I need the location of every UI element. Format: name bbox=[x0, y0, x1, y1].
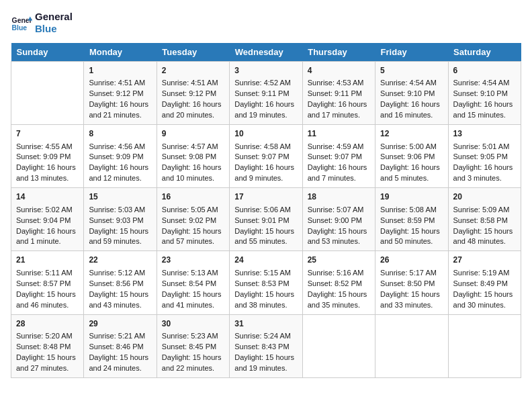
day-info: Sunrise: 5:00 AM bbox=[380, 142, 443, 152]
day-info: Sunrise: 5:23 AM bbox=[162, 331, 224, 342]
calendar-cell: 6Sunrise: 4:54 AMSunset: 9:10 PMDaylight… bbox=[448, 62, 521, 125]
day-info: Sunset: 8:49 PM bbox=[453, 279, 516, 289]
day-number: 25 bbox=[308, 255, 370, 266]
day-info: Sunset: 9:04 PM bbox=[16, 216, 79, 226]
day-info: Sunset: 9:07 PM bbox=[308, 152, 370, 163]
calendar-cell: 15Sunrise: 5:03 AMSunset: 9:03 PMDayligh… bbox=[84, 188, 157, 251]
day-number: 3 bbox=[234, 65, 297, 77]
day-info: Sunset: 8:57 PM bbox=[16, 279, 79, 289]
calendar-cell: 13Sunrise: 5:01 AMSunset: 9:05 PMDayligh… bbox=[448, 125, 521, 188]
day-info: Sunset: 8:54 PM bbox=[162, 279, 224, 289]
day-info: and 20 minutes. bbox=[162, 110, 224, 121]
day-info: Daylight: 15 hours bbox=[234, 289, 297, 300]
svg-text:Blue: Blue bbox=[12, 24, 28, 32]
day-info: Sunset: 9:12 PM bbox=[162, 89, 224, 99]
day-info: and 57 minutes. bbox=[162, 236, 224, 247]
calendar-week-4: 21Sunrise: 5:11 AMSunset: 8:57 PMDayligh… bbox=[11, 251, 521, 314]
calendar-cell: 25Sunrise: 5:16 AMSunset: 8:52 PMDayligh… bbox=[302, 251, 375, 314]
day-info: Daylight: 16 hours bbox=[308, 99, 370, 110]
calendar-cell: 11Sunrise: 4:59 AMSunset: 9:07 PMDayligh… bbox=[302, 125, 375, 188]
day-info: Daylight: 16 hours bbox=[89, 99, 151, 110]
day-info: Sunrise: 4:51 AM bbox=[89, 78, 151, 89]
day-info: Daylight: 15 hours bbox=[234, 226, 297, 237]
weekday-tuesday: Tuesday bbox=[157, 43, 229, 62]
page-header: General Blue General Blue bbox=[11, 11, 521, 35]
day-info: Sunset: 8:58 PM bbox=[453, 216, 516, 226]
day-info: Sunset: 9:12 PM bbox=[89, 89, 151, 99]
day-info: Sunset: 9:08 PM bbox=[162, 152, 224, 163]
day-info: and 48 minutes. bbox=[453, 236, 516, 247]
logo-blue: Blue bbox=[35, 23, 73, 35]
day-info: Daylight: 15 hours bbox=[380, 289, 443, 300]
logo-general: General bbox=[35, 11, 73, 23]
day-info: Sunset: 8:56 PM bbox=[89, 279, 151, 289]
weekday-friday: Friday bbox=[375, 43, 448, 62]
day-info: Sunrise: 4:59 AM bbox=[308, 142, 370, 152]
day-info: and 9 minutes. bbox=[234, 173, 297, 184]
day-info: Sunrise: 4:54 AM bbox=[453, 78, 516, 89]
day-info: Sunrise: 4:53 AM bbox=[308, 78, 370, 89]
day-info: Daylight: 15 hours bbox=[308, 226, 370, 237]
calendar-cell bbox=[448, 314, 521, 377]
day-info: Sunrise: 5:12 AM bbox=[89, 268, 151, 279]
day-info: and 53 minutes. bbox=[308, 236, 370, 247]
day-info: and 30 minutes. bbox=[453, 300, 516, 311]
day-info: Sunrise: 5:06 AM bbox=[234, 205, 297, 216]
calendar-cell: 20Sunrise: 5:09 AMSunset: 8:58 PMDayligh… bbox=[448, 188, 521, 251]
day-number: 20 bbox=[453, 191, 516, 203]
day-info: Sunrise: 5:16 AM bbox=[308, 268, 370, 279]
day-number: 18 bbox=[308, 191, 370, 203]
day-info: and 17 minutes. bbox=[308, 110, 370, 121]
day-info: Sunrise: 5:21 AM bbox=[89, 331, 151, 342]
day-info: Sunrise: 4:52 AM bbox=[234, 78, 297, 89]
calendar-cell: 4Sunrise: 4:53 AMSunset: 9:11 PMDaylight… bbox=[302, 62, 375, 125]
day-info: Daylight: 15 hours bbox=[16, 353, 79, 363]
day-info: Daylight: 16 hours bbox=[308, 163, 370, 173]
calendar-cell: 29Sunrise: 5:21 AMSunset: 8:46 PMDayligh… bbox=[84, 314, 157, 377]
calendar-week-1: 1Sunrise: 4:51 AMSunset: 9:12 PMDaylight… bbox=[11, 62, 521, 125]
day-info: and 21 minutes. bbox=[89, 110, 151, 121]
day-info: Daylight: 16 hours bbox=[453, 99, 516, 110]
day-info: Sunset: 8:53 PM bbox=[234, 279, 297, 289]
day-number: 22 bbox=[89, 255, 151, 266]
day-number: 19 bbox=[380, 191, 443, 203]
calendar-cell: 24Sunrise: 5:15 AMSunset: 8:53 PMDayligh… bbox=[230, 251, 302, 314]
day-info: Sunrise: 4:58 AM bbox=[234, 142, 297, 152]
day-info: Sunset: 9:09 PM bbox=[89, 152, 151, 163]
calendar-cell: 5Sunrise: 4:54 AMSunset: 9:10 PMDaylight… bbox=[375, 62, 448, 125]
day-number: 31 bbox=[234, 318, 297, 330]
day-number: 15 bbox=[89, 191, 151, 203]
calendar-cell: 22Sunrise: 5:12 AMSunset: 8:56 PMDayligh… bbox=[84, 251, 157, 314]
day-info: Sunrise: 5:20 AM bbox=[16, 331, 79, 342]
day-info: Sunset: 9:07 PM bbox=[234, 152, 297, 163]
day-info: and 5 minutes. bbox=[380, 173, 443, 184]
day-info: and 1 minute. bbox=[16, 236, 79, 247]
day-info: Sunrise: 5:13 AM bbox=[162, 268, 224, 279]
day-info: and 15 minutes. bbox=[453, 110, 516, 121]
day-info: Daylight: 15 hours bbox=[234, 353, 297, 363]
weekday-header-row: SundayMondayTuesdayWednesdayThursdayFrid… bbox=[11, 43, 521, 62]
day-info: Daylight: 15 hours bbox=[453, 226, 516, 237]
day-info: Sunset: 9:10 PM bbox=[380, 89, 443, 99]
calendar-cell: 8Sunrise: 4:56 AMSunset: 9:09 PMDaylight… bbox=[84, 125, 157, 188]
day-info: and 33 minutes. bbox=[380, 300, 443, 311]
day-info: Sunrise: 5:05 AM bbox=[162, 205, 224, 216]
logo-icon: General Blue bbox=[11, 12, 32, 34]
day-number: 21 bbox=[16, 255, 79, 266]
calendar-cell: 9Sunrise: 4:57 AMSunset: 9:08 PMDaylight… bbox=[157, 125, 229, 188]
day-info: Daylight: 16 hours bbox=[16, 163, 79, 173]
day-number: 9 bbox=[162, 128, 224, 140]
day-info: Daylight: 15 hours bbox=[162, 226, 224, 237]
day-number: 24 bbox=[234, 255, 297, 266]
day-info: Daylight: 16 hours bbox=[89, 163, 151, 173]
calendar-cell: 23Sunrise: 5:13 AMSunset: 8:54 PMDayligh… bbox=[157, 251, 229, 314]
calendar-table: SundayMondayTuesdayWednesdayThursdayFrid… bbox=[11, 43, 521, 378]
weekday-monday: Monday bbox=[84, 43, 157, 62]
day-number: 30 bbox=[162, 318, 224, 330]
day-info: Daylight: 15 hours bbox=[162, 289, 224, 300]
day-number: 17 bbox=[234, 191, 297, 203]
day-info: Sunrise: 5:08 AM bbox=[380, 205, 443, 216]
day-info: Sunset: 8:46 PM bbox=[89, 342, 151, 353]
weekday-saturday: Saturday bbox=[448, 43, 521, 62]
calendar-body: 1Sunrise: 4:51 AMSunset: 9:12 PMDaylight… bbox=[11, 62, 521, 378]
